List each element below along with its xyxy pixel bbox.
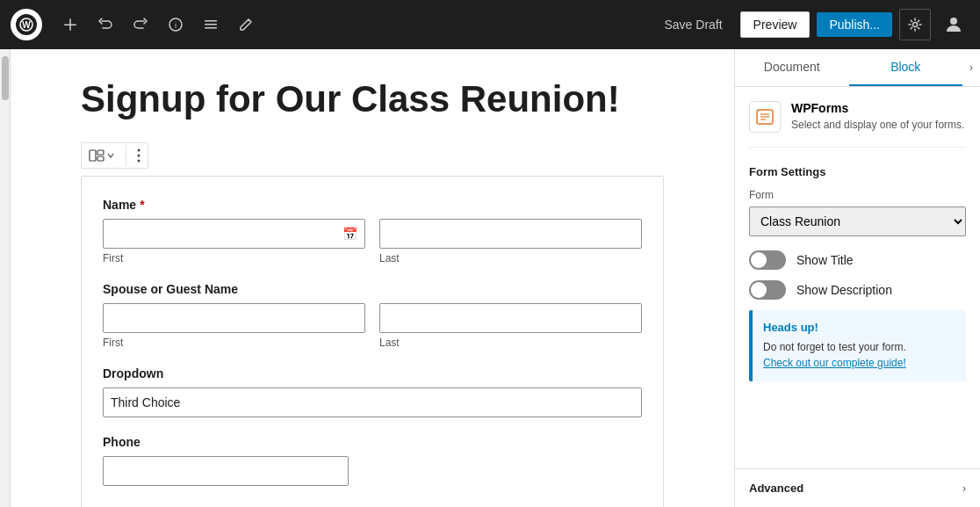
- spouse-name-field: Spouse or Guest Name First Last: [103, 282, 642, 349]
- advanced-chevron-icon: ›: [962, 482, 966, 495]
- svg-point-10: [950, 18, 957, 25]
- sidebar-content: WPForms Select and display one of your f…: [735, 87, 980, 468]
- show-description-toggle[interactable]: [749, 280, 786, 300]
- spouse-last-input[interactable]: [379, 303, 642, 333]
- publish-button[interactable]: Publish...: [817, 12, 892, 37]
- show-title-row: Show Title: [749, 250, 966, 270]
- svg-rect-6: [205, 20, 217, 22]
- spouse-first-input[interactable]: [103, 303, 365, 333]
- wp-logo-mark: W: [16, 14, 37, 35]
- save-draft-button[interactable]: Save Draft: [653, 12, 732, 37]
- svg-text:W: W: [22, 20, 31, 30]
- settings-button[interactable]: [899, 9, 931, 40]
- svg-rect-8: [205, 27, 217, 29]
- spouse-first-sublabel: First: [103, 337, 365, 349]
- svg-rect-13: [97, 156, 104, 161]
- name-field-label: Name *: [103, 198, 642, 212]
- notice-text: Do not forget to test your form. Check o…: [763, 339, 955, 371]
- phone-input[interactable]: [103, 456, 349, 486]
- show-description-label: Show Description: [796, 283, 892, 297]
- undo-button[interactable]: [91, 11, 119, 39]
- sidebar-expand-button[interactable]: ›: [962, 49, 980, 86]
- dropdown-field: Dropdown: [103, 366, 642, 417]
- last-name-input[interactable]: [379, 219, 642, 249]
- first-name-input-wrapper: 📅: [103, 219, 365, 249]
- required-indicator: *: [140, 198, 144, 212]
- name-field: Name * 📅 First Last: [103, 198, 642, 264]
- phone-field: Phone: [103, 435, 642, 486]
- dropdown-input[interactable]: [103, 387, 642, 417]
- sidebar-tabs: Document Block ›: [735, 49, 980, 87]
- tab-document[interactable]: Document: [735, 49, 849, 86]
- list-view-button[interactable]: [197, 11, 225, 39]
- svg-rect-7: [205, 24, 217, 25]
- phone-label: Phone: [103, 435, 642, 449]
- spouse-last-col: Last: [379, 303, 642, 349]
- show-title-toggle[interactable]: [749, 250, 786, 270]
- block-info-text: WPForms Select and display one of your f…: [791, 101, 966, 131]
- svg-point-9: [913, 23, 918, 27]
- scroll-bar[interactable]: [0, 49, 11, 507]
- show-description-row: Show Description: [749, 280, 966, 300]
- block-info: WPForms Select and display one of your f…: [749, 101, 966, 148]
- block-options-button[interactable]: [130, 143, 148, 168]
- show-title-label: Show Title: [796, 253, 854, 267]
- svg-rect-3: [69, 18, 71, 31]
- add-block-button[interactable]: [56, 11, 84, 39]
- dropdown-label: Dropdown: [103, 366, 642, 380]
- editor-wrapper: Signup for Our Class Reunion! Name: [0, 49, 734, 507]
- notice-box: Heads up! Do not forget to test your for…: [749, 310, 966, 381]
- wp-logo[interactable]: W: [11, 9, 42, 40]
- editor-area: Signup for Our Class Reunion! Name: [11, 49, 734, 507]
- form-select-group: Form Class Reunion Contact Form Newslett…: [749, 189, 966, 236]
- notice-link[interactable]: Check out our complete guide!: [763, 357, 906, 369]
- edit-button[interactable]: [232, 11, 260, 39]
- advanced-label: Advanced: [749, 482, 803, 495]
- first-name-col: 📅 First: [103, 219, 365, 264]
- redo-button[interactable]: [126, 11, 155, 39]
- spouse-name-row: First Last: [103, 303, 642, 349]
- tab-block[interactable]: Block: [849, 49, 963, 86]
- svg-rect-12: [97, 150, 104, 155]
- block-toolbar: [81, 142, 148, 169]
- first-name-sublabel: First: [103, 252, 365, 264]
- block-info-title: WPForms: [791, 101, 966, 115]
- last-name-col: Last: [379, 219, 642, 264]
- svg-point-15: [138, 155, 141, 157]
- last-name-sublabel: Last: [379, 252, 642, 264]
- form-select-label: Form: [749, 189, 966, 201]
- info-button[interactable]: i: [162, 11, 190, 39]
- page-title[interactable]: Signup for Our Class Reunion!: [81, 77, 664, 121]
- form-settings-title: Form Settings: [749, 165, 966, 178]
- spouse-first-col: First: [103, 303, 365, 349]
- form-select[interactable]: Class Reunion Contact Form Newsletter Si…: [749, 206, 966, 236]
- svg-point-14: [138, 149, 141, 152]
- toolbar: W i Save Draft Preview Publish...: [0, 0, 980, 49]
- block-type-button[interactable]: [82, 144, 122, 167]
- sidebar: Document Block › WPForms Select and disp…: [734, 49, 980, 507]
- svg-rect-11: [90, 150, 96, 161]
- svg-point-16: [138, 160, 141, 163]
- main-area: Signup for Our Class Reunion! Name: [0, 49, 980, 507]
- svg-text:i: i: [175, 21, 177, 30]
- user-menu-button[interactable]: [938, 9, 969, 40]
- notice-title: Heads up!: [763, 321, 955, 334]
- calendar-icon: 📅: [342, 227, 357, 241]
- name-field-row: 📅 First Last: [103, 219, 642, 264]
- spouse-last-sublabel: Last: [379, 337, 642, 349]
- preview-button[interactable]: Preview: [740, 11, 811, 38]
- form-container: Name * 📅 First Last: [81, 176, 664, 507]
- block-info-desc: Select and display one of your forms.: [791, 119, 966, 131]
- wpforms-block-icon: [749, 101, 781, 133]
- advanced-section[interactable]: Advanced ›: [735, 468, 980, 507]
- spouse-name-label: Spouse or Guest Name: [103, 282, 642, 296]
